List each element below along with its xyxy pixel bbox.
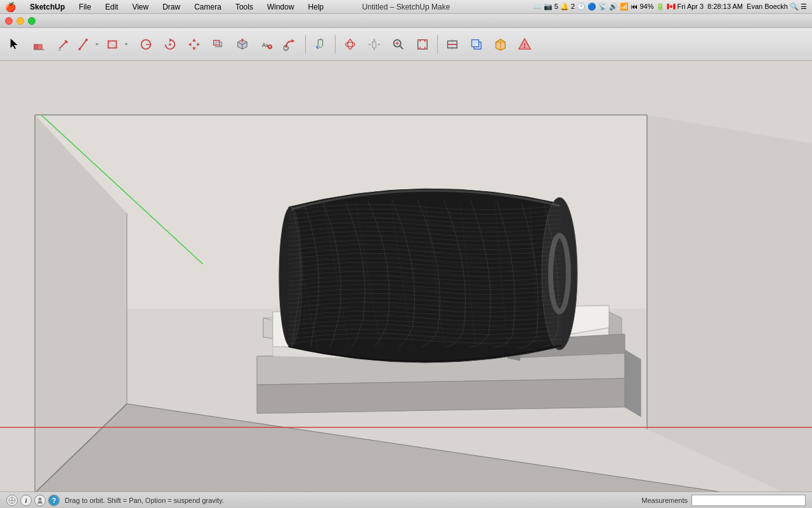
scale-tool[interactable] <box>207 33 230 56</box>
file-menu[interactable]: File <box>76 2 93 12</box>
svg-point-6 <box>79 48 81 50</box>
close-button[interactable] <box>5 17 13 25</box>
svg-point-21 <box>346 42 355 46</box>
status-icon-location[interactable] <box>6 495 18 506</box>
tools-menu[interactable]: Tools <box>233 2 256 12</box>
base-platform-right <box>625 350 641 417</box>
statusbar: i ? Drag to orbit. Shift = Pan, Option =… <box>0 491 812 508</box>
line-tool[interactable] <box>76 33 104 56</box>
svg-point-59 <box>39 497 42 500</box>
svg-line-9 <box>108 41 117 48</box>
extension-tool[interactable] <box>513 33 536 56</box>
window-title: Untitled – SketchUp Make <box>362 3 450 11</box>
status-icon-info[interactable]: i <box>20 495 32 506</box>
toolbar-separator-3 <box>437 35 438 54</box>
status-icons-group: i ? <box>6 495 60 506</box>
rotate-tool[interactable] <box>159 33 181 56</box>
status-icon-help[interactable]: ? <box>48 495 60 506</box>
status-hint-text: Drag to orbit. Shift = Pan, Option = sus… <box>65 497 636 504</box>
svg-point-22 <box>348 39 352 49</box>
svg-line-5 <box>80 39 87 49</box>
scene-svg <box>0 61 812 491</box>
window-menu[interactable]: Window <box>265 2 297 12</box>
draw-menu[interactable]: Draw <box>160 2 183 12</box>
edit-menu[interactable]: Edit <box>103 2 121 12</box>
mac-menubar: 🍎 SketchUp File Edit View Draw Camera To… <box>0 0 812 14</box>
zoom-tool[interactable] <box>387 33 410 56</box>
viewport-canvas[interactable] <box>0 61 812 491</box>
svg-text:A₁: A₁ <box>262 41 269 48</box>
measurements-label: Measurements <box>641 497 688 504</box>
follow-me-tool[interactable] <box>279 33 302 56</box>
apple-menu[interactable]: 🍎 <box>5 2 16 12</box>
eraser-tool[interactable] <box>28 33 51 56</box>
measurements-section: Measurements <box>641 495 806 506</box>
status-icon-user[interactable] <box>34 495 46 506</box>
select-tool[interactable] <box>4 33 27 56</box>
circle-tool[interactable] <box>134 33 157 56</box>
measurements-input[interactable] <box>691 495 806 506</box>
pencil-tool[interactable] <box>52 33 75 56</box>
sketchup-window: A₁ + <box>0 14 812 508</box>
component-tool[interactable] <box>465 33 488 56</box>
right-wall <box>647 115 812 491</box>
zoom-extents-tool[interactable] <box>411 33 434 56</box>
view-menu[interactable]: View <box>129 2 151 12</box>
help-menu[interactable]: Help <box>306 2 327 12</box>
svg-rect-15 <box>219 44 221 46</box>
push-pull-tool[interactable] <box>231 33 254 56</box>
svg-point-32 <box>524 46 526 48</box>
svg-rect-29 <box>472 39 479 46</box>
3d-warehouse-tool[interactable] <box>489 33 512 56</box>
pan-tool[interactable] <box>363 33 386 56</box>
paint-bucket-tool[interactable] <box>309 33 332 56</box>
toolbar-separator-1 <box>305 35 306 54</box>
svg-rect-27 <box>418 39 428 49</box>
svg-line-24 <box>400 45 403 49</box>
svg-rect-1 <box>34 44 38 50</box>
toolbar-separator-2 <box>335 35 336 54</box>
offset-tool[interactable]: A₁ + <box>255 33 278 56</box>
svg-rect-14 <box>214 40 219 44</box>
move-tool[interactable] <box>183 33 206 56</box>
minimize-button[interactable] <box>16 17 24 25</box>
window-titlebar <box>0 14 812 28</box>
app-name-menu[interactable]: SketchUp <box>27 2 67 12</box>
svg-text:+: + <box>269 44 272 49</box>
section-plane-tool[interactable] <box>441 33 464 56</box>
camera-menu[interactable]: Camera <box>192 2 224 12</box>
svg-point-7 <box>86 38 88 41</box>
svg-point-12 <box>169 43 171 46</box>
rectangle-tool[interactable] <box>105 33 133 56</box>
maximize-button[interactable] <box>28 17 36 25</box>
cylinder-left-cap <box>279 207 302 347</box>
orbit-tool[interactable] <box>339 33 362 56</box>
menubar-right: ⌨️ 📷 5 🔔 2 🕐 🔵 📡 🔊 📶 ⏮ 94% 🔋 🇨🇦 Fri Apr … <box>533 3 807 11</box>
base-platform-front <box>257 378 625 413</box>
main-toolbar: A₁ + <box>0 28 812 61</box>
